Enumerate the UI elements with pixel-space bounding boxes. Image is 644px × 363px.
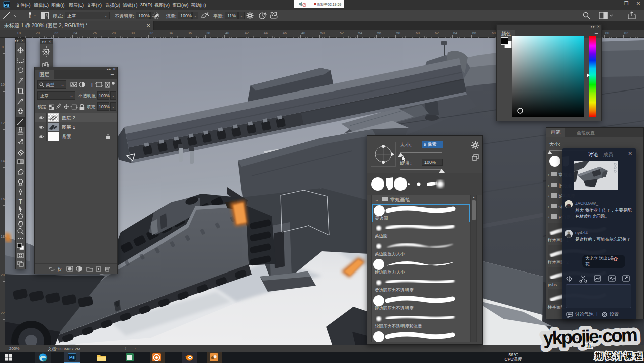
svg-text:fx: fx xyxy=(58,266,62,272)
svg-text:★: ★ xyxy=(568,203,570,206)
svg-text:T: T xyxy=(90,82,94,88)
svg-text:五: 五 xyxy=(585,342,592,349)
svg-text:T: T xyxy=(19,198,23,205)
svg-text:期设计课程: 期设计课程 xyxy=(595,351,642,360)
